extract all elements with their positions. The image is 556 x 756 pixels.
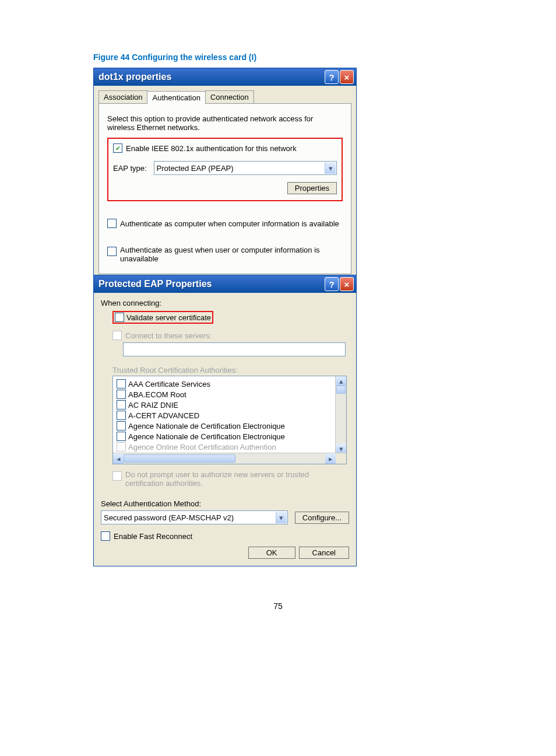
enable-8021x-label: Enable IEEE 802.1x authentication for th… [126, 144, 297, 153]
eap-type-select[interactable]: Protected EAP (PEAP) ▾ [154, 161, 337, 175]
auth-as-guest-label: Authenticate as guest when user or compu… [120, 246, 330, 263]
dot1x-properties-window: dot1x properties ? × Association Authent… [93, 68, 357, 279]
authentication-pane: Select this option to provide authentica… [98, 103, 351, 274]
window-title: dot1x properties [98, 72, 171, 82]
eap-type-value: Protected EAP (PEAP) [157, 164, 234, 173]
connect-servers-checkbox [112, 331, 122, 340]
scroll-corner [336, 453, 346, 464]
ca-checkbox[interactable] [117, 421, 126, 430]
peap-properties-window: Protected EAP Properties ? × When connec… [93, 275, 357, 566]
page-number: 75 [93, 601, 463, 611]
auth-method-select[interactable]: Secured password (EAP-MSCHAP v2) ▾ [101, 510, 288, 524]
auth-as-computer-label: Authenticate as computer when computer i… [120, 219, 339, 228]
no-prompt-checkbox [112, 471, 122, 481]
ca-label: Agence Nationale de Certification Electr… [128, 432, 285, 441]
auth-as-computer-checkbox[interactable] [107, 219, 117, 228]
validate-cert-checkbox[interactable] [115, 313, 124, 322]
when-connecting-label: When connecting: [101, 299, 349, 307]
configure-button[interactable]: Configure... [295, 512, 349, 524]
tab-association[interactable]: Association [98, 90, 147, 103]
tab-authentication[interactable]: Authentication [147, 91, 205, 104]
ca-label: Agence Nationale de Certification Electr… [128, 422, 285, 430]
eap-type-label: EAP type: [113, 164, 147, 173]
close-icon[interactable]: × [340, 70, 354, 84]
scroll-thumb[interactable] [124, 454, 235, 463]
scroll-right-icon[interactable]: ▸ [325, 453, 336, 464]
close-icon[interactable]: × [340, 277, 354, 291]
titlebar: dot1x properties ? × [94, 68, 356, 86]
highlight-box: Enable IEEE 802.1x authentication for th… [107, 138, 343, 201]
scroll-up-icon[interactable]: ▴ [336, 376, 346, 386]
auth-description: Select this option to provide authentica… [107, 114, 329, 132]
list-item[interactable]: ABA.ECOM Root [117, 389, 343, 400]
ca-checkbox[interactable] [117, 442, 126, 452]
scroll-down-icon[interactable]: ▾ [336, 444, 346, 453]
connect-servers-input [123, 342, 346, 356]
auth-as-guest-checkbox[interactable] [107, 247, 117, 256]
select-auth-label: Select Authentication Method: [101, 499, 349, 508]
enable-8021x-checkbox[interactable] [113, 144, 122, 153]
list-item[interactable]: Agence Nationale de Certification Electr… [117, 431, 343, 442]
chevron-down-icon: ▾ [325, 162, 336, 174]
help-icon[interactable]: ? [325, 70, 339, 84]
list-item[interactable]: A-CERT ADVANCED [117, 410, 343, 421]
no-prompt-label: Do not prompt user to authorize new serv… [125, 470, 335, 488]
list-item[interactable]: Agence Nationale de Certification Electr… [117, 421, 343, 431]
ca-label: A-CERT ADVANCED [128, 411, 199, 420]
auth-method-value: Secured password (EAP-MSCHAP v2) [104, 513, 234, 522]
properties-button[interactable]: Properties [287, 182, 337, 194]
highlight-validate: Validate server certificate [112, 311, 213, 324]
cancel-button[interactable]: Cancel [299, 547, 349, 559]
ca-label: ABA.ECOM Root [128, 390, 186, 399]
ca-checkbox[interactable] [117, 400, 126, 410]
scroll-thumb[interactable] [336, 386, 346, 394]
validate-cert-label: Validate server certificate [126, 313, 211, 322]
ca-checkbox[interactable] [117, 379, 126, 388]
titlebar: Protected EAP Properties ? × [94, 275, 356, 293]
chevron-down-icon: ▾ [276, 512, 287, 523]
ca-label: AC RAIZ DNIE [128, 401, 178, 410]
ca-label: Agence Online Root Certification Authent… [128, 443, 276, 452]
list-item[interactable]: AAA Certificate Services [117, 379, 343, 389]
ca-label: AAA Certificate Services [128, 380, 210, 388]
window-title: Protected EAP Properties [98, 279, 212, 289]
trusted-ca-list[interactable]: AAA Certificate Services ABA.ECOM Root A… [112, 376, 347, 464]
ca-checkbox[interactable] [117, 390, 126, 399]
scroll-left-icon[interactable]: ◂ [113, 453, 124, 464]
help-icon[interactable]: ? [325, 277, 339, 291]
ca-checkbox[interactable] [117, 432, 126, 441]
vertical-scrollbar[interactable]: ▴ ▾ [335, 376, 346, 453]
ok-button[interactable]: OK [248, 547, 295, 559]
list-item[interactable]: Agence Online Root Certification Authent… [117, 442, 343, 452]
fast-reconnect-label: Enable Fast Reconnect [114, 532, 192, 541]
list-item[interactable]: AC RAIZ DNIE [117, 400, 343, 410]
tab-connection[interactable]: Connection [205, 90, 254, 103]
ca-checkbox[interactable] [117, 411, 126, 420]
fast-reconnect-checkbox[interactable] [101, 531, 110, 541]
horizontal-scrollbar[interactable]: ◂ ▸ [113, 453, 346, 464]
figure-caption: Figure 44 Configuring the wireless card … [93, 52, 463, 62]
connect-servers-label: Connect to these servers: [125, 331, 212, 340]
tab-strip: Association Authentication Connection [94, 86, 356, 103]
trusted-ca-label: Trusted Root Certification Authorities: [101, 366, 349, 374]
